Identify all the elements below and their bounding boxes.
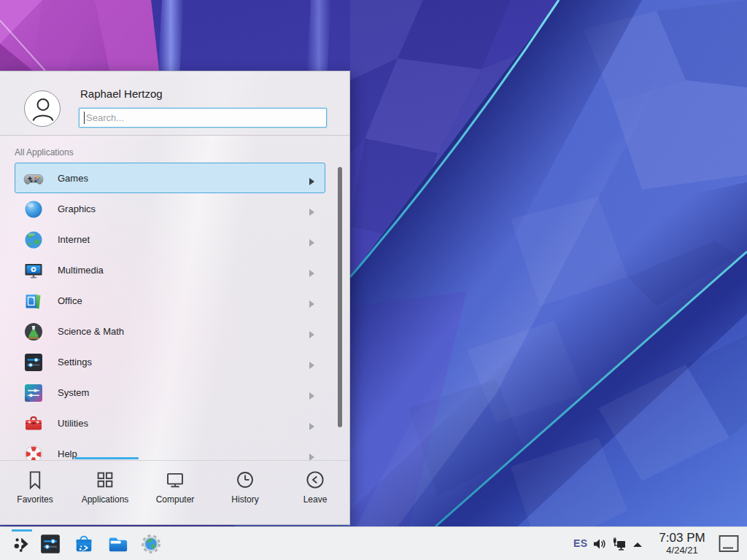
system-settings-icon[interactable]	[39, 533, 61, 555]
clock-time: 7:03 PM	[646, 531, 719, 545]
category-label: Graphics	[58, 203, 96, 214]
submenu-arrow-icon	[309, 236, 314, 249]
submenu-arrow-icon	[309, 267, 314, 280]
office-documents-icon	[23, 291, 44, 311]
wired-network-icon[interactable]	[611, 537, 626, 551]
submenu-arrow-icon	[309, 359, 314, 372]
tab-history[interactable]: History	[210, 461, 280, 522]
category-multimedia[interactable]: Multimedia	[15, 254, 325, 285]
category-label: Settings	[58, 357, 92, 368]
category-label: System	[58, 387, 89, 398]
tab-label: Computer	[156, 494, 195, 505]
submenu-arrow-icon	[309, 206, 314, 219]
submenu-arrow-icon	[309, 420, 314, 433]
category-science-math[interactable]: Science & Math	[15, 316, 325, 346]
file-manager-folder-icon[interactable]	[107, 533, 128, 555]
tab-label: Favorites	[17, 494, 53, 505]
tab-computer[interactable]: Computer	[140, 461, 210, 522]
computer-monitor-icon	[164, 469, 186, 491]
submenu-arrow-icon	[309, 298, 314, 311]
list-scrollbar[interactable]	[338, 167, 342, 427]
submenu-arrow-icon	[309, 328, 314, 341]
internet-globe-icon	[23, 230, 44, 250]
science-flask-icon	[23, 322, 44, 342]
clock[interactable]: 7:03 PM 4/24/21	[646, 531, 719, 556]
utilities-toolbox-icon	[23, 413, 44, 434]
discover-bag-icon[interactable]	[73, 533, 95, 555]
multimedia-monitor-icon	[23, 260, 44, 281]
caret-up-icon[interactable]	[632, 539, 646, 553]
system-sliders-icon	[23, 383, 44, 403]
category-label: Multimedia	[58, 265, 104, 276]
category-label: Science & Math	[58, 326, 124, 337]
graphics-ball-icon	[23, 199, 44, 219]
tab-label: History	[231, 494, 258, 505]
category-label: Internet	[58, 234, 90, 245]
category-list: Games Graphics	[0, 163, 350, 461]
user-name: Raphael Hertzog	[80, 88, 163, 100]
keyboard-layout-indicator[interactable]: ES	[573, 537, 588, 549]
submenu-arrow-icon	[309, 389, 314, 402]
help-lifebuoy-icon	[23, 444, 44, 461]
submenu-arrow-icon	[309, 451, 314, 461]
gamepad-icon	[23, 168, 44, 189]
tab-label: Applications	[82, 494, 129, 505]
tab-favorites[interactable]: Favorites	[0, 461, 70, 522]
taskbar: ES 7:03 PM 4/24/21	[0, 526, 747, 560]
category-label: Games	[58, 173, 88, 184]
category-games[interactable]: Games	[15, 163, 325, 193]
category-system[interactable]: System	[15, 377, 325, 408]
category-label: Office	[58, 295, 82, 306]
show-desktop-icon[interactable]	[718, 533, 740, 555]
category-label: Utilities	[58, 418, 88, 429]
user-avatar-icon[interactable]	[24, 90, 61, 127]
category-internet[interactable]: Internet	[15, 224, 325, 254]
volume-icon[interactable]	[592, 537, 606, 551]
tab-leave[interactable]: Leave	[280, 461, 350, 522]
desktop: Raphael Hertzog All Applications	[0, 0, 747, 560]
category-help[interactable]: Help	[15, 438, 325, 461]
leave-back-circle-icon	[304, 469, 326, 491]
app-grid-icon	[94, 469, 116, 491]
settings-sliders-icon	[23, 352, 44, 373]
category-graphics[interactable]: Graphics	[15, 193, 325, 224]
application-launcher: Raphael Hertzog All Applications	[0, 71, 350, 525]
category-settings[interactable]: Settings	[15, 346, 325, 377]
category-office[interactable]: Office	[15, 285, 325, 316]
active-tab-indicator	[74, 457, 139, 459]
search-input[interactable]	[79, 108, 327, 128]
section-label: All Applications	[15, 147, 74, 158]
history-clock-icon	[234, 469, 256, 491]
tab-label: Leave	[303, 494, 328, 505]
text-caret	[84, 112, 85, 124]
launcher-tabbar: Favorites Applications C	[0, 461, 350, 522]
launcher-header: Raphael Hertzog	[0, 71, 349, 136]
kde-menu-icon[interactable]	[12, 533, 34, 555]
bookmark-icon	[24, 469, 46, 491]
submenu-arrow-icon	[309, 175, 314, 188]
active-launcher-indicator	[12, 529, 32, 532]
clock-date: 4/24/21	[646, 545, 719, 556]
tab-applications[interactable]: Applications	[70, 461, 140, 522]
category-utilities[interactable]: Utilities	[15, 408, 325, 438]
browser-globe-gear-icon[interactable]	[140, 533, 162, 555]
